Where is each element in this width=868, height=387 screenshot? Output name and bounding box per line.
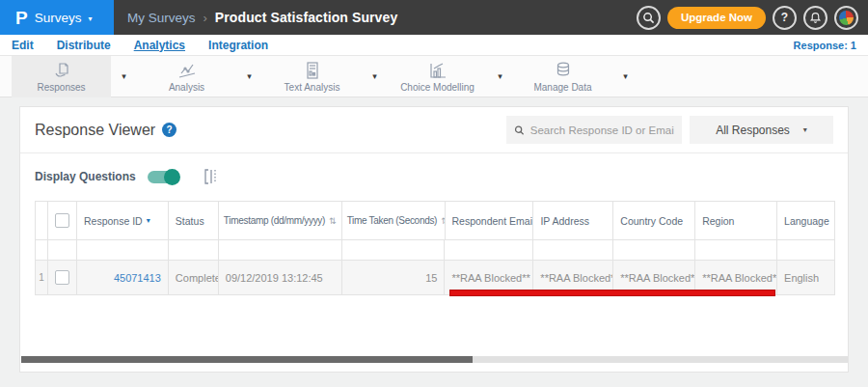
- page-title: Response Viewer: [35, 122, 155, 139]
- sort-desc-icon: ▾: [147, 216, 150, 225]
- tab-edit[interactable]: Edit: [12, 39, 34, 52]
- table-header-row: Response ID ▾ Status Timestamp (dd/mm/yy…: [36, 202, 835, 240]
- filter-cell: [36, 240, 48, 260]
- response-viewer-panel: Response Viewer ? All Responses ▾ Displa…: [19, 106, 849, 373]
- survey-nav: Edit Distribute Analytics Integration Re…: [0, 35, 868, 56]
- filter-cell[interactable]: [613, 240, 695, 260]
- toolbar-item-analysis[interactable]: Analysis: [137, 56, 236, 97]
- chevron-down-icon[interactable]: ▾: [612, 71, 638, 81]
- toggle-knob: [164, 169, 180, 185]
- toolbar-group-responses: Responses ▾: [12, 56, 137, 97]
- filter-cell[interactable]: [695, 240, 777, 260]
- filter-cell[interactable]: [219, 240, 342, 260]
- filter-cell: [48, 240, 77, 260]
- breadcrumb: My Surveys › Product Satisfaction Survey: [127, 10, 397, 25]
- row-select-cell: [48, 261, 77, 294]
- column-label: Timestamp (dd/mm/yyyy): [224, 215, 325, 226]
- header-time-taken[interactable]: Time Taken (Seconds) ⇅: [342, 202, 446, 239]
- time-taken-cell: 15: [342, 261, 446, 294]
- filter-cell[interactable]: [533, 240, 613, 260]
- toolbar-group-analysis: Analysis ▾: [137, 56, 262, 97]
- panel-help-icon[interactable]: ?: [162, 123, 176, 137]
- chevron-down-icon: ▾: [803, 125, 807, 134]
- notifications-bell-icon[interactable]: [803, 6, 827, 30]
- search-icon: [514, 124, 525, 136]
- toolbar-group-choice-modelling: Choice Modelling ▾: [388, 56, 513, 97]
- select-row-checkbox[interactable]: [55, 270, 69, 285]
- responses-table: Response ID ▾ Status Timestamp (dd/mm/yy…: [35, 201, 835, 295]
- bell-glyph: [809, 12, 822, 24]
- column-label: Status: [176, 215, 204, 227]
- response-search-box: [506, 116, 682, 144]
- toolbar-item-text-analysis[interactable]: Text Analysis: [262, 56, 362, 97]
- chevron-down-icon: ▾: [88, 14, 92, 23]
- table-filter-row: [36, 240, 835, 261]
- responses-icon: [52, 61, 71, 80]
- search-input[interactable]: [530, 124, 674, 136]
- toolbar-label: Manage Data: [533, 82, 591, 93]
- header-actions: Upgrade Now ?: [637, 6, 868, 30]
- column-label: Language: [784, 215, 829, 227]
- filter-selected-label: All Responses: [716, 124, 790, 137]
- header-select-all: [48, 202, 77, 239]
- row-number: 1: [36, 261, 48, 294]
- tab-integration[interactable]: Integration: [208, 39, 268, 52]
- filter-cell[interactable]: [342, 240, 446, 260]
- header-row-number: [36, 202, 48, 239]
- filter-cell[interactable]: [445, 240, 533, 260]
- status-cell: Completed: [169, 261, 219, 294]
- toolbar-group-manage-data: Manage Data ▾: [513, 56, 638, 97]
- avatar-image: [839, 11, 854, 25]
- chevron-down-icon[interactable]: ▾: [236, 71, 262, 81]
- breadcrumb-separator-icon: ›: [203, 11, 207, 25]
- analytics-toolbar: Responses ▾ Analysis ▾ Text Analysis ▾ C…: [0, 56, 868, 97]
- header-response-id[interactable]: Response ID ▾: [77, 202, 169, 239]
- header-timestamp[interactable]: Timestamp (dd/mm/yyyy) ⇅: [219, 202, 342, 239]
- toolbar-item-responses[interactable]: Responses: [12, 56, 111, 97]
- header-status: Status: [169, 202, 219, 239]
- chevron-down-icon[interactable]: ▾: [362, 71, 388, 81]
- breadcrumb-current-survey: Product Satisfaction Survey: [215, 10, 397, 25]
- responses-filter-dropdown[interactable]: All Responses ▾: [690, 116, 833, 144]
- analysis-icon: [177, 61, 197, 80]
- user-avatar[interactable]: [834, 6, 858, 30]
- questionpro-logo: P: [15, 9, 28, 27]
- column-label: Country Code: [620, 215, 683, 227]
- header-region: Region: [695, 202, 777, 239]
- tab-analytics[interactable]: Analytics: [134, 39, 185, 52]
- toolbar-label: Analysis: [169, 82, 204, 93]
- response-id-link[interactable]: 45071413: [114, 272, 161, 284]
- horizontal-scrollbar[interactable]: [21, 356, 848, 363]
- filter-cell[interactable]: [77, 240, 169, 260]
- chevron-down-icon[interactable]: ▾: [111, 71, 137, 81]
- chevron-down-icon[interactable]: ▾: [487, 71, 513, 81]
- header-ip-address: IP Address: [533, 202, 613, 239]
- column-label: Response ID: [84, 215, 143, 227]
- table-controls: Display Questions: [20, 153, 848, 200]
- scrollbar-thumb[interactable]: [21, 356, 473, 363]
- filter-cell[interactable]: [169, 240, 219, 260]
- manage-data-icon: [554, 61, 573, 80]
- display-questions-toggle[interactable]: [148, 171, 178, 183]
- choice-modelling-icon: [428, 61, 448, 80]
- magnifier-glyph: [642, 12, 655, 24]
- help-icon[interactable]: ?: [773, 6, 797, 30]
- sort-icon: ⇅: [329, 216, 336, 226]
- select-all-checkbox[interactable]: [55, 213, 69, 228]
- column-label: Time Taken (Seconds): [347, 215, 438, 226]
- text-analysis-icon: [303, 61, 322, 80]
- freeze-columns-icon[interactable]: [203, 168, 219, 185]
- breadcrumb-my-surveys[interactable]: My Surveys: [127, 11, 196, 25]
- filter-cell[interactable]: [777, 240, 835, 260]
- toolbar-item-manage-data[interactable]: Manage Data: [513, 56, 612, 97]
- toolbar-item-choice-modelling[interactable]: Choice Modelling: [388, 56, 487, 97]
- header-language: Language: [777, 202, 835, 239]
- upgrade-now-button[interactable]: Upgrade Now: [667, 7, 766, 29]
- header-country-code: Country Code: [613, 202, 695, 239]
- product-switcher[interactable]: P Surveys ▾: [0, 0, 114, 35]
- top-header: P Surveys ▾ My Surveys › Product Satisfa…: [0, 0, 868, 35]
- toolbar-label: Choice Modelling: [400, 82, 475, 93]
- response-count-label: Response: 1: [794, 40, 856, 51]
- search-icon[interactable]: [637, 6, 661, 30]
- tab-distribute[interactable]: Distribute: [57, 39, 111, 52]
